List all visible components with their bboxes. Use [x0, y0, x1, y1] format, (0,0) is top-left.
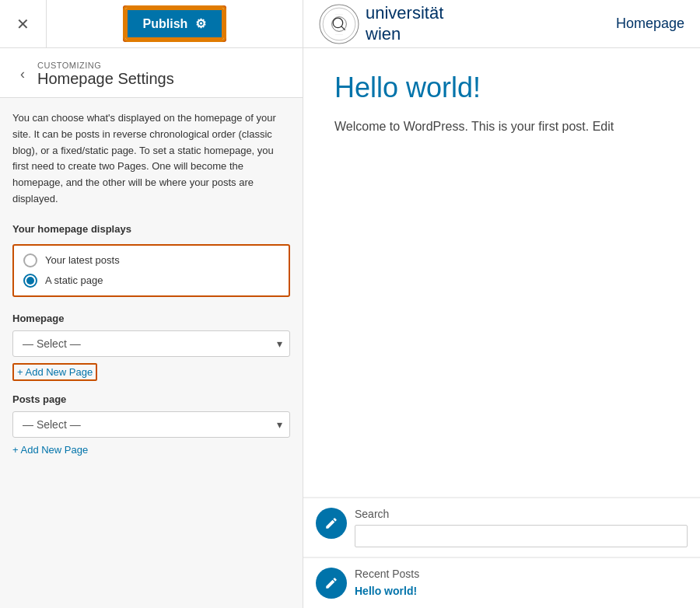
- top-bar: ✕ Publish ⚙ · · · · · ·: [0, 0, 700, 48]
- search-widget-input[interactable]: [355, 525, 688, 547]
- radio-circle-static[interactable]: [23, 274, 37, 288]
- recent-posts-widget-body: Recent Posts Hello world!: [355, 558, 700, 606]
- pencil-icon: [324, 516, 338, 530]
- recent-posts-widget-title: Recent Posts: [355, 568, 688, 580]
- panel-header: ‹ Customizing Homepage Settings: [0, 48, 303, 98]
- university-seal-icon: · · · · · · · · · ·: [319, 4, 359, 44]
- publish-area: Publish ⚙: [47, 5, 303, 42]
- svg-line-4: [341, 26, 345, 30]
- customizing-label: Customizing: [37, 61, 174, 70]
- svg-point-0: [320, 5, 359, 44]
- search-widget-edit-button[interactable]: [316, 508, 347, 539]
- radio-group: Your latest posts A static page: [12, 244, 290, 297]
- homepage-dropdown-label: Homepage: [12, 313, 290, 324]
- description-text: You can choose what's displayed on the h…: [12, 110, 290, 208]
- pencil-icon-2: [324, 576, 338, 590]
- posts-page-select[interactable]: — Select —: [12, 411, 290, 438]
- university-logo-area: · · · · · · · · · · universität wien: [319, 3, 443, 44]
- radio-latest-posts[interactable]: Your latest posts: [23, 253, 279, 267]
- homepage-displays-label: Your homepage displays: [12, 223, 290, 235]
- search-widget-body: Search: [355, 498, 700, 557]
- recent-posts-first-item[interactable]: Hello world!: [355, 585, 688, 597]
- left-panel: ‹ Customizing Homepage Settings You can …: [0, 48, 303, 608]
- posts-page-add-new-page-link[interactable]: + Add New Page: [12, 444, 88, 456]
- homepage-dropdown-wrapper: — Select — ▾: [12, 330, 290, 357]
- panel-body: You can choose what's displayed on the h…: [0, 98, 303, 608]
- main-content: ‹ Customizing Homepage Settings You can …: [0, 48, 700, 608]
- right-panel: Hello world! Welcome to WordPress. This …: [303, 48, 700, 608]
- search-widget: Search: [303, 498, 700, 557]
- top-bar-left: ✕ Publish ⚙: [0, 0, 303, 47]
- search-widget-title: Search: [355, 508, 688, 520]
- radio-circle-latest[interactable]: [23, 253, 37, 267]
- university-name: universität wien: [366, 3, 443, 44]
- close-button[interactable]: ✕: [0, 0, 47, 47]
- radio-label-static: A static page: [45, 274, 103, 286]
- gear-icon: ⚙: [195, 16, 206, 31]
- posts-page-dropdown-label: Posts page: [12, 393, 290, 405]
- back-button[interactable]: ‹: [16, 65, 30, 84]
- panel-title: Homepage Settings: [37, 70, 174, 88]
- preview-body-text: Welcome to WordPress. This is your first…: [334, 117, 669, 137]
- recent-posts-widget: Recent Posts Hello world!: [303, 557, 700, 608]
- preview-topbar: · · · · · · · · · · universität wien Hom…: [303, 3, 700, 44]
- panel-header-text: Customizing Homepage Settings: [37, 61, 174, 88]
- preview-content: Hello world! Welcome to WordPress. This …: [303, 48, 700, 497]
- preview-heading: Hello world!: [334, 72, 669, 104]
- publish-label: Publish: [143, 17, 188, 31]
- radio-label-latest: Your latest posts: [45, 254, 120, 266]
- radio-static-page[interactable]: A static page: [23, 274, 279, 288]
- homepage-label: Homepage: [616, 16, 684, 32]
- publish-btn-wrapper: Publish ⚙: [123, 5, 227, 42]
- posts-page-dropdown-wrapper: — Select — ▾: [12, 411, 290, 438]
- posts-page-dropdown-section: Posts page — Select — ▾ + Add New Page: [12, 393, 290, 456]
- publish-button[interactable]: Publish ⚙: [125, 8, 225, 40]
- recent-posts-widget-edit-button[interactable]: [316, 568, 347, 599]
- homepage-dropdown-section: Homepage — Select — ▾ + Add New Page: [12, 313, 290, 381]
- homepage-add-new-page-link[interactable]: + Add New Page: [12, 363, 97, 381]
- close-icon: ✕: [16, 15, 30, 33]
- homepage-select[interactable]: — Select —: [12, 330, 290, 357]
- svg-text:·  ·  ·  ·  ·: · · · · ·: [335, 12, 342, 16]
- svg-text:·  ·  ·  ·  ·: · · · · ·: [335, 33, 342, 36]
